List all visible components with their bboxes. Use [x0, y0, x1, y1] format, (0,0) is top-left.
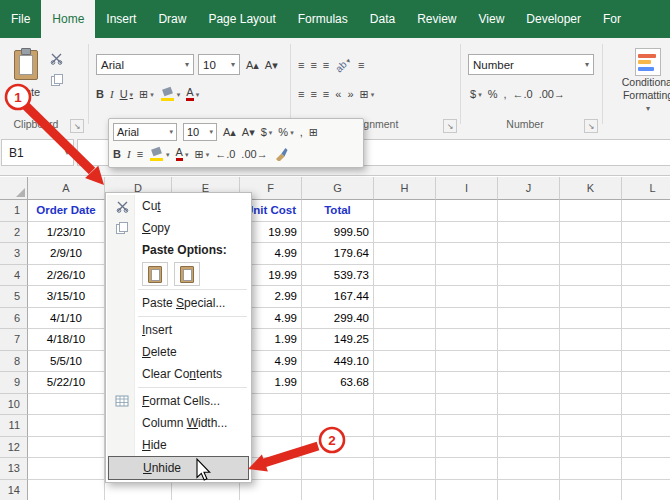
- cell-G11[interactable]: [302, 415, 374, 437]
- menu-item-paste-special[interactable]: Paste Special...: [107, 292, 250, 314]
- cell-I13[interactable]: [436, 458, 498, 480]
- row-header-8[interactable]: 8: [0, 351, 28, 373]
- cell-L9[interactable]: [622, 372, 670, 394]
- cell-I1[interactable]: [436, 200, 498, 222]
- row-header-13[interactable]: 13: [0, 458, 28, 480]
- cell-K14[interactable]: [560, 480, 622, 500]
- cell-G1[interactable]: Total: [302, 200, 374, 222]
- cell-J14[interactable]: [498, 480, 560, 500]
- cell-H13[interactable]: [374, 458, 436, 480]
- cell-L8[interactable]: [622, 351, 670, 373]
- cell-L12[interactable]: [622, 437, 670, 459]
- cell-K12[interactable]: [560, 437, 622, 459]
- cell-K4[interactable]: [560, 265, 622, 287]
- menu-item-unhide[interactable]: Unhide: [108, 456, 249, 480]
- cell-A2[interactable]: 1/23/10: [28, 222, 105, 244]
- comma-style-icon[interactable]: ,: [300, 127, 303, 138]
- cell-I12[interactable]: [436, 437, 498, 459]
- cell-A8[interactable]: 5/5/10: [28, 351, 105, 373]
- cell-L1[interactable]: [622, 200, 670, 222]
- cell-J7[interactable]: [498, 329, 560, 351]
- cell-H3[interactable]: [374, 243, 436, 265]
- cell-G2[interactable]: 999.50: [302, 222, 374, 244]
- cell-J2[interactable]: [498, 222, 560, 244]
- cell-I2[interactable]: [436, 222, 498, 244]
- cell-A5[interactable]: 3/15/10: [28, 286, 105, 308]
- row-header-9[interactable]: 9: [0, 372, 28, 394]
- cell-L13[interactable]: [622, 458, 670, 480]
- format-table-icon[interactable]: ⊞: [309, 127, 318, 138]
- row-header-6[interactable]: 6: [0, 308, 28, 330]
- cell-L4[interactable]: [622, 265, 670, 287]
- column-header-K[interactable]: K: [560, 177, 622, 200]
- column-header-A[interactable]: A: [28, 177, 105, 200]
- italic-icon[interactable]: I: [127, 149, 131, 160]
- cell-K3[interactable]: [560, 243, 622, 265]
- row-header-4[interactable]: 4: [0, 265, 28, 287]
- cell-H7[interactable]: [374, 329, 436, 351]
- cell-J6[interactable]: [498, 308, 560, 330]
- cell-G4[interactable]: 539.73: [302, 265, 374, 287]
- cell-K11[interactable]: [560, 415, 622, 437]
- paste-option-keep-source-formatting-icon[interactable]: [142, 262, 168, 286]
- row-header-7[interactable]: 7: [0, 329, 28, 351]
- cell-G5[interactable]: 167.44: [302, 286, 374, 308]
- cell-G8[interactable]: 449.10: [302, 351, 374, 373]
- select-all-corner[interactable]: [0, 177, 28, 200]
- cell-K8[interactable]: [560, 351, 622, 373]
- cell-J11[interactable]: [498, 415, 560, 437]
- cell-I6[interactable]: [436, 308, 498, 330]
- cell-I4[interactable]: [436, 265, 498, 287]
- cell-A1[interactable]: Order Date: [28, 200, 105, 222]
- cell-I10[interactable]: [436, 394, 498, 416]
- fill-color-icon[interactable]: ▾: [149, 147, 170, 161]
- cell-K5[interactable]: [560, 286, 622, 308]
- cell-J12[interactable]: [498, 437, 560, 459]
- cell-G9[interactable]: 63.68: [302, 372, 374, 394]
- cell-L6[interactable]: [622, 308, 670, 330]
- row-header-10[interactable]: 10: [0, 394, 28, 416]
- menu-item-column-width[interactable]: Column Width...: [107, 412, 250, 434]
- menu-item-cut[interactable]: Cut: [107, 195, 250, 217]
- cell-L5[interactable]: [622, 286, 670, 308]
- center-align-icon[interactable]: ≡: [137, 149, 143, 160]
- cell-A11[interactable]: [28, 415, 105, 437]
- row-header-3[interactable]: 3: [0, 243, 28, 265]
- cell-I3[interactable]: [436, 243, 498, 265]
- menu-item-delete[interactable]: Delete: [107, 341, 250, 363]
- column-header-L[interactable]: L: [622, 177, 670, 200]
- cell-G12[interactable]: [302, 437, 374, 459]
- cell-J1[interactable]: [498, 200, 560, 222]
- cell-J13[interactable]: [498, 458, 560, 480]
- accounting-format-icon[interactable]: $▾: [261, 127, 273, 138]
- cell-K9[interactable]: [560, 372, 622, 394]
- cell-J5[interactable]: [498, 286, 560, 308]
- cell-A3[interactable]: 2/9/10: [28, 243, 105, 265]
- cell-H9[interactable]: [374, 372, 436, 394]
- cell-H12[interactable]: [374, 437, 436, 459]
- cell-I7[interactable]: [436, 329, 498, 351]
- paste-option-values-icon[interactable]: [174, 262, 200, 286]
- cell-I11[interactable]: [436, 415, 498, 437]
- font-size-combo[interactable]: 10 ▾: [183, 123, 217, 141]
- cell-H1[interactable]: [374, 200, 436, 222]
- decrease-decimal-icon[interactable]: .00→: [241, 149, 267, 160]
- row-header-2[interactable]: 2: [0, 222, 28, 244]
- column-header-G[interactable]: G: [302, 177, 374, 200]
- format-painter-icon[interactable]: [274, 147, 288, 161]
- column-header-I[interactable]: I: [436, 177, 498, 200]
- cell-I9[interactable]: [436, 372, 498, 394]
- cell-H14[interactable]: [374, 480, 436, 500]
- cell-I5[interactable]: [436, 286, 498, 308]
- row-header-14[interactable]: 14: [0, 480, 28, 500]
- borders-icon[interactable]: ⊞▾: [194, 149, 209, 160]
- menu-item-clear-contents[interactable]: Clear Contents: [107, 363, 250, 385]
- cell-G7[interactable]: 149.25: [302, 329, 374, 351]
- cell-G14[interactable]: [302, 480, 374, 500]
- cell-K2[interactable]: [560, 222, 622, 244]
- cell-A10[interactable]: [28, 394, 105, 416]
- cell-J10[interactable]: [498, 394, 560, 416]
- cell-G6[interactable]: 299.40: [302, 308, 374, 330]
- cell-H6[interactable]: [374, 308, 436, 330]
- cell-K13[interactable]: [560, 458, 622, 480]
